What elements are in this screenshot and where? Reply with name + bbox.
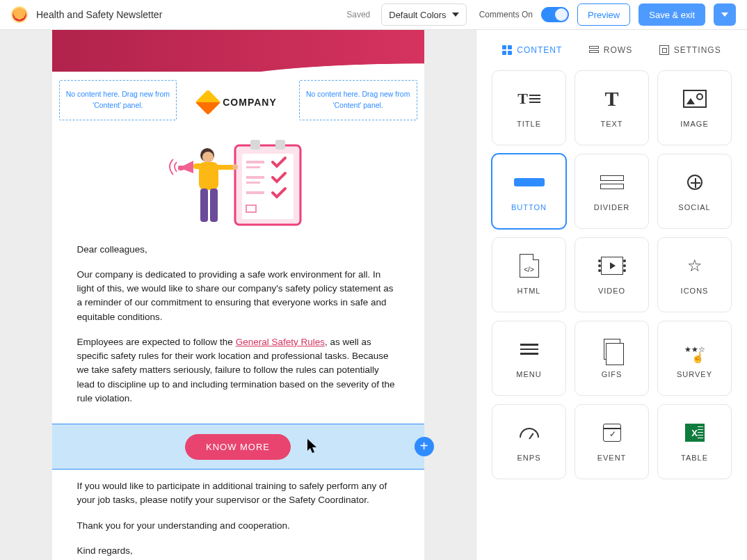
svg-rect-5 [246, 166, 260, 168]
save-exit-button[interactable]: Save & exit [638, 3, 705, 26]
tile-enps[interactable]: ENPS [492, 404, 566, 479]
tile-label: HTML [517, 287, 541, 295]
tile-label: TITLE [517, 120, 541, 128]
svg-rect-16 [200, 189, 208, 222]
text-icon: T [595, 88, 629, 110]
table-icon [678, 422, 712, 444]
svg-rect-6 [246, 176, 264, 179]
svg-rect-13 [193, 163, 203, 169]
header-wave [52, 30, 424, 72]
page-title: Health and Safety Newsletter [36, 9, 162, 20]
svg-rect-7 [246, 182, 260, 184]
comments-toggle[interactable] [541, 7, 569, 22]
tile-event[interactable]: EVENT [575, 404, 649, 479]
tile-label: EVENT [597, 454, 627, 462]
tile-label: GIFS [602, 370, 622, 378]
paragraph-3: If you would like to participate in addi… [77, 479, 399, 508]
save-exit-more-button[interactable] [714, 3, 736, 26]
tile-icons[interactable]: ☆ICONS [657, 237, 732, 312]
svg-point-11 [202, 152, 214, 163]
tile-label: TEXT [600, 120, 622, 128]
tab-settings[interactable]: SETTINGS [659, 45, 721, 55]
html-icon: </> [513, 255, 546, 277]
tile-label: DIVIDER [594, 203, 630, 211]
tile-text[interactable]: TTEXT [575, 70, 649, 145]
content-tiles-grid: TTITLETTEXTIMAGEBUTTONDIVIDERSOCIAL</>HT… [476, 63, 747, 495]
side-tabs: CONTENT ROWS SETTINGS [476, 30, 747, 63]
left-drop-slot[interactable]: No content here. Drag new from 'Content'… [59, 80, 177, 120]
svg-rect-14 [216, 165, 235, 170]
saved-status: Saved [346, 10, 370, 19]
svg-rect-18 [178, 166, 184, 170]
tile-gifs[interactable]: GIFS [575, 321, 649, 396]
email-canvas: No content here. Drag new from 'Content'… [52, 30, 424, 560]
chevron-down-icon [452, 13, 459, 17]
tile-button[interactable]: BUTTON [492, 154, 566, 229]
tile-label: SURVEY [677, 370, 712, 378]
tab-rows[interactable]: ROWS [589, 45, 632, 55]
tile-label: TABLE [681, 454, 708, 462]
tile-label: SOCIAL [678, 203, 710, 211]
company-name: COMPANY [223, 97, 277, 108]
canvas-area: No content here. Drag new from 'Content'… [0, 30, 476, 560]
menu-icon [513, 338, 546, 360]
tile-label: IMAGE [680, 120, 708, 128]
tile-menu[interactable]: MENU [492, 321, 566, 396]
right-drop-slot[interactable]: No content here. Drag new from 'Content'… [299, 80, 417, 120]
paragraph-2: Employees are expected to follow the Gen… [77, 335, 399, 406]
divider-icon [595, 171, 629, 193]
email-body: Dear colleagues, Our company is dedicate… [52, 237, 424, 424]
svg-rect-8 [246, 191, 264, 194]
tab-label: CONTENT [517, 45, 562, 55]
tile-divider[interactable]: DIVIDER [575, 154, 649, 229]
video-icon [595, 255, 629, 277]
tile-image[interactable]: IMAGE [657, 70, 732, 145]
rows-icon [589, 46, 599, 54]
image-icon [678, 88, 712, 110]
chevron-down-icon [721, 13, 728, 17]
svg-rect-3 [275, 140, 285, 150]
add-block-button[interactable]: + [415, 437, 434, 456]
tile-title[interactable]: TTITLE [492, 70, 566, 145]
svg-rect-17 [210, 189, 218, 222]
svg-point-15 [232, 164, 238, 170]
safety-rules-link[interactable]: General Safety Rules [236, 337, 325, 347]
tile-label: MENU [516, 370, 541, 378]
know-more-button[interactable]: KNOW MORE [185, 434, 291, 460]
tile-label: BUTTON [511, 203, 547, 211]
regards-text: Kind regards, [77, 544, 399, 558]
email-body-lower: If you would like to participate in addi… [52, 470, 424, 560]
company-logo-block: COMPANY [184, 80, 292, 120]
cursor-icon [307, 438, 319, 454]
tile-survey[interactable]: ★★☆☝SURVEY [657, 321, 732, 396]
enps-icon [513, 422, 546, 444]
button-icon [513, 171, 546, 193]
tile-html[interactable]: </>HTML [492, 237, 566, 312]
survey-icon: ★★☆☝ [678, 338, 712, 360]
top-bar: Health and Safety Newsletter Saved Defau… [0, 0, 747, 30]
svg-rect-1 [242, 154, 294, 219]
tile-video[interactable]: VIDEO [575, 237, 649, 312]
gifs-icon [595, 338, 629, 360]
title-icon: T [513, 88, 546, 110]
dropdown-label: Default Colors [389, 10, 446, 20]
event-icon [595, 422, 629, 444]
tile-social[interactable]: SOCIAL [657, 154, 732, 229]
tab-content[interactable]: CONTENT [502, 45, 562, 55]
preview-button[interactable]: Preview [577, 3, 630, 26]
icons-icon: ☆ [678, 255, 712, 277]
svg-rect-4 [246, 161, 264, 163]
thanks-text: Thank you for your understanding and coo… [77, 519, 399, 533]
tile-label: ENPS [517, 454, 541, 462]
hero-illustration [52, 120, 424, 237]
tab-label: SETTINGS [674, 45, 721, 55]
comments-label: Comments On [479, 10, 533, 19]
color-theme-dropdown[interactable]: Default Colors [381, 3, 466, 26]
settings-icon [659, 45, 669, 55]
side-panel: CONTENT ROWS SETTINGS TTITLETTEXTIMAGEBU… [476, 30, 747, 560]
selected-button-block[interactable]: KNOW MORE + [52, 424, 424, 470]
social-icon [678, 171, 712, 193]
tile-table[interactable]: TABLE [657, 404, 732, 479]
svg-rect-2 [250, 140, 260, 150]
greeting-text: Dear colleagues, [77, 243, 399, 257]
